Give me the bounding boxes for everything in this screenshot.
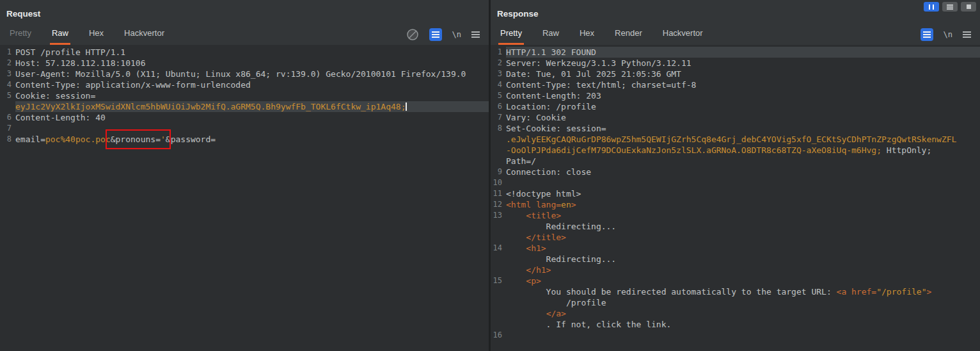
response-tabrow: Pretty Raw Hex Render Hackvertor \n — [491, 24, 980, 45]
code-text: User-Agent: Mozilla/5.0 (X11; Ubuntu; Li… — [15, 69, 489, 79]
code-line: /profile — [491, 297, 980, 308]
code-line: 13 <title> — [491, 210, 980, 221]
code-line: 5Content-Length: 203 — [491, 90, 980, 101]
response-panel-header: Response Pretty Raw Hex Render Hackverto… — [491, 0, 980, 45]
code-segment: Server: Werkzeug/3.1.3 Python/3.12.11 — [506, 58, 692, 68]
code-line: 16 — [491, 330, 980, 341]
code-line: -OoOlPJPda6dijCefM79DCOuExkaNzJon5zlSLX.… — [491, 145, 980, 156]
tab-response-hackvertor[interactable]: Hackvertor — [661, 24, 705, 45]
line-number: 8 — [491, 123, 506, 134]
line-number — [491, 265, 506, 275]
code-segment: </title> — [526, 233, 566, 242]
newline-toggle-icon[interactable]: \n — [944, 30, 952, 39]
tab-response-raw[interactable]: Raw — [541, 24, 561, 45]
code-line: 2Host: 57.128.112.118:10106 — [0, 58, 489, 69]
code-segment: POST /profile HTTP/1.1 — [15, 47, 125, 57]
code-text: Server: Werkzeug/3.1.3 Python/3.12.11 — [506, 58, 980, 69]
code-segment: Cookie: session= — [15, 91, 95, 101]
tab-request-pretty[interactable]: Pretty — [8, 24, 33, 45]
code-segment: Content-Type: text/html; charset=utf-8 — [506, 80, 696, 90]
code-segment: Content-Length: 40 — [15, 113, 106, 122]
code-segment: Location: /profile — [506, 102, 596, 111]
maximize-button[interactable] — [961, 2, 976, 12]
line-number: 14 — [491, 243, 506, 254]
line-number — [0, 101, 15, 112]
pretty-print-icon[interactable] — [921, 28, 933, 41]
pretty-print-icon[interactable] — [429, 28, 442, 41]
code-text: Connection: close — [506, 167, 980, 177]
response-toolbar: \n — [921, 24, 980, 45]
code-line: 15 <p> — [491, 275, 980, 286]
code-segment: Content-Type: application/x-www-form-url… — [15, 80, 251, 90]
line-number: 3 — [491, 69, 506, 79]
code-text: <!doctype html> — [506, 188, 980, 199]
code-segment: <h1> — [526, 243, 546, 253]
code-text: Content-Type: application/x-www-form-url… — [15, 79, 489, 90]
code-line: You should be redirected automatically t… — [491, 286, 980, 297]
tab-response-hex[interactable]: Hex — [578, 24, 596, 45]
tab-request-raw[interactable]: Raw — [50, 24, 70, 45]
code-segment: > — [926, 287, 931, 297]
tab-request-hackvertor[interactable]: Hackvertor — [122, 24, 166, 45]
code-segment: Host: 57.128.112.118:10106 — [15, 58, 146, 68]
code-segment: Date: Tue, 01 Jul 2025 21:05:36 GMT — [506, 69, 681, 79]
line-number: 1 — [491, 47, 506, 58]
line-number — [491, 319, 506, 330]
code-text: POST /profile HTTP/1.1 — [15, 47, 489, 58]
code-text: . If not, click the link. — [506, 319, 980, 330]
code-line: Path=/ — [491, 156, 980, 167]
no-highlight-icon[interactable] — [406, 28, 419, 41]
line-number: 13 — [491, 210, 506, 221]
line-number: 5 — [0, 90, 15, 101]
code-segment: You should be redirected automatically t… — [506, 287, 837, 297]
code-segment: &pronouns= — [111, 135, 161, 144]
code-segment: <p> — [526, 276, 541, 286]
code-segment: </h1> — [526, 265, 551, 275]
pause-icon — [929, 4, 930, 10]
code-segment: <title> — [526, 211, 561, 220]
code-segment: User-Agent: Mozilla/5.0 (X11; Ubuntu; Li… — [15, 69, 466, 79]
code-line: 3Date: Tue, 01 Jul 2025 21:05:36 GMT — [491, 69, 980, 79]
code-segment: .eJwlyEEKgCAQRuGrDP86wpZ5hm5QEWIjGZrh5Cq… — [506, 135, 956, 144]
tab-response-pretty[interactable]: Pretty — [498, 24, 524, 45]
code-text: Path=/ — [506, 156, 980, 167]
line-number — [491, 156, 506, 167]
tab-request-hex[interactable]: Hex — [87, 24, 106, 45]
line-number — [491, 286, 506, 297]
code-line: 1HTTP/1.1 302 FOUND — [491, 47, 980, 58]
response-editor[interactable]: 1HTTP/1.1 302 FOUND2Server: Werkzeug/3.1… — [491, 45, 980, 351]
code-segment: Redirecting... — [506, 222, 616, 231]
menu-button[interactable] — [942, 2, 958, 12]
newline-toggle-icon[interactable]: \n — [452, 30, 461, 39]
line-number: 4 — [0, 79, 15, 90]
code-segment: </a> — [546, 309, 566, 318]
code-text: <h1> — [506, 243, 980, 254]
line-number: 4 — [491, 79, 506, 90]
code-segment: Set-Cookie: session= — [506, 124, 606, 133]
pause-button[interactable] — [924, 2, 939, 12]
code-segment: <a — [837, 287, 847, 297]
tab-response-render[interactable]: Render — [613, 24, 644, 45]
line-number: 11 — [491, 188, 506, 199]
code-segment — [506, 265, 526, 275]
code-line: . If not, click the link. — [491, 319, 980, 330]
request-editor[interactable]: 1POST /profile HTTP/1.12Host: 57.128.112… — [0, 45, 489, 351]
code-text: /profile — [506, 297, 980, 308]
line-number — [491, 254, 506, 265]
response-panel: Response Pretty Raw Hex Render Hackverto… — [491, 0, 980, 351]
editor-menu-icon[interactable] — [471, 34, 480, 35]
editor-menu-icon[interactable] — [963, 34, 971, 35]
code-segment: href= — [846, 287, 876, 297]
code-line: 11<!doctype html> — [491, 188, 980, 199]
line-number: 15 — [491, 275, 506, 286]
code-text: email=poc%40poc.poc&pronouns='&password= — [15, 134, 489, 145]
code-line: </title> — [491, 232, 980, 243]
burp-repeater-view: { "colors": { "accent_orange": "#e8622d"… — [0, 0, 980, 351]
line-number: 2 — [0, 58, 15, 69]
code-line: .eJwlyEEKgCAQRuGrDP86wpZ5hm5QEWIjGZrh5Cq… — [491, 134, 980, 145]
maximize-square-icon — [967, 4, 971, 9]
code-segment: /profile — [506, 298, 606, 307]
code-line: eyJ1c2VyX2lkIjoxMSwidXNlcm5hbWUiOiJwb2Mi… — [0, 101, 489, 112]
code-segment: HTTP/1.1 302 FOUND — [506, 47, 596, 57]
code-line: </h1> — [491, 265, 980, 275]
